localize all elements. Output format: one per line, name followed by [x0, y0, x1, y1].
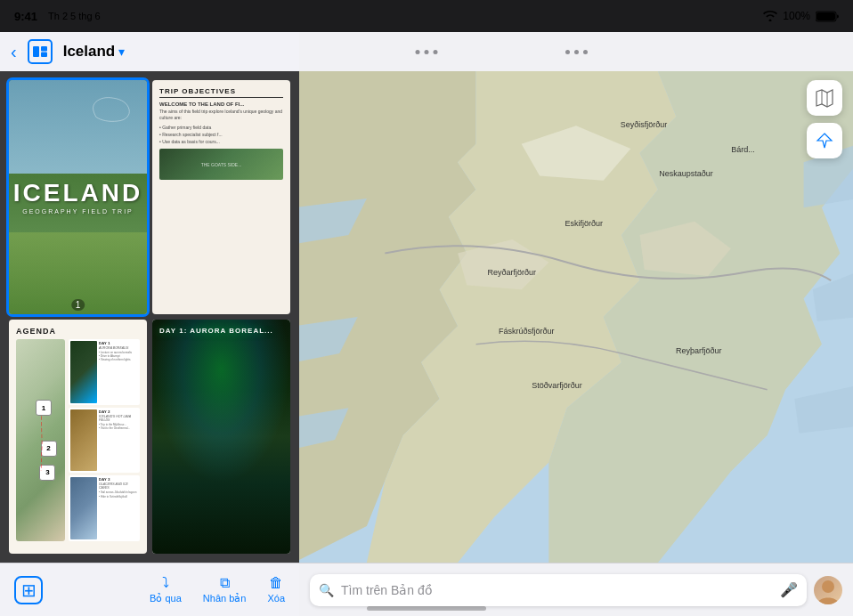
title-chevron-icon: ▾ [118, 45, 125, 59]
skip-icon: ⤵ [162, 575, 169, 591]
slides-panel: ICELAND GEOGRAPHY FIELD TRIP 1 TRIP OBJE… [0, 71, 299, 563]
iceland-terrain-svg [299, 71, 853, 563]
day-2-text: • Trip to the Mýdleour...• Visit to the … [99, 423, 138, 430]
aurora-effect [152, 320, 290, 483]
status-right: 100% [763, 10, 839, 22]
day-3-card: DAY 3 GLACIERS AND ICE CAVES • Sail acro… [69, 475, 140, 541]
place-bardur: Bárd... [731, 145, 755, 154]
nav-bar: ‹ Iceland ▾ [0, 32, 299, 71]
bullet-3: • Use data as basis for cours... [159, 138, 283, 145]
back-button[interactable]: ‹ [11, 42, 17, 62]
day-3-text: • Sail across Jökulsárlón lagoon• Hike t… [99, 490, 138, 498]
place-seyðisfjörður: Seyðisfjörður [621, 120, 668, 129]
slide-3[interactable]: AGENDA 1 2 3 [9, 320, 147, 554]
duplicate-label: Nhân bản [203, 593, 247, 604]
svg-line-5 [42, 416, 43, 446]
day-1-text: • Lecture on aurora borealis• Drive to A… [99, 351, 138, 362]
slide-2-background: TRIP OBJECTIVES WELCOME TO THE LAND OF F… [152, 80, 290, 314]
place-reyðarfjörður: Reyðarfjörður [487, 268, 536, 277]
svg-rect-1 [816, 12, 835, 20]
slide-4[interactable]: DAY 1: AURORA BOREAL... [152, 320, 290, 554]
slide-4-title-area: DAY 1: AURORA BOREAL... [159, 327, 283, 335]
slide-1-main-title: ICELAND [13, 181, 142, 206]
duplicate-button[interactable]: ⧉ Nhân bản [203, 575, 247, 604]
add-icon: ⊞ [21, 580, 37, 601]
map-dot-2 [574, 50, 579, 54]
iceland-outline-icon [85, 89, 138, 125]
slide-1-title-area: ICELAND GEOGRAPHY FIELD TRIP [13, 181, 142, 215]
dot3 [434, 50, 438, 54]
map-search-placeholder: Tìm trên Bản đồ [341, 583, 773, 597]
user-avatar[interactable] [814, 576, 842, 604]
bullet-1: • Gather primary field data [159, 124, 283, 131]
map-controls [807, 80, 842, 158]
svg-rect-3 [41, 46, 47, 52]
slide-1[interactable]: ICELAND GEOGRAPHY FIELD TRIP 1 [9, 80, 147, 314]
document-title: Iceland [63, 43, 116, 61]
map-dot-1 [565, 50, 570, 54]
status-battery: 100% [783, 10, 810, 22]
delete-label: Xóa [267, 593, 285, 604]
map-view[interactable]: Seyðisfjörður Neskaupstaður Bárd... Eski… [299, 71, 853, 563]
delete-icon: 🗑 [269, 575, 283, 591]
day-2-info: DAY 2 ICELAND'S HOT LAVA FIELDS • Trip t… [99, 409, 138, 472]
svg-rect-2 [33, 46, 39, 57]
day-2-thumb [70, 409, 97, 472]
slide-4-background: DAY 1: AURORA BOREAL... [152, 320, 290, 554]
day-3-info: DAY 3 GLACIERS AND ICE CAVES • Sail acro… [99, 477, 138, 539]
bullet-2: • Research specialist subject f... [159, 131, 283, 138]
home-indicator [367, 606, 486, 611]
status-time: 9:41 [14, 10, 37, 23]
slide-1-background: ICELAND GEOGRAPHY FIELD TRIP [9, 80, 147, 314]
skip-label: Bỏ qua [150, 593, 182, 604]
dot2 [425, 50, 429, 54]
dot1 [416, 50, 420, 54]
search-icon: 🔍 [319, 583, 334, 597]
map-panel: Seyðisfjörður Neskaupstaður Bárd... Eski… [299, 32, 853, 616]
svg-line-6 [41, 446, 42, 470]
slide-2[interactable]: TRIP OBJECTIVES WELCOME TO THE LAND OF F… [152, 80, 290, 314]
slide-2-aims: The aims of this field trip explore Icel… [159, 109, 283, 121]
slide-2-image-thumb: THE GOATS SIDE... [159, 149, 283, 180]
map-route [16, 339, 65, 541]
slide-1-subtitle: GEOGRAPHY FIELD TRIP [13, 208, 142, 215]
place-stöðvarfjörður: Stöðvarfjörður [532, 381, 582, 390]
location-button[interactable] [807, 123, 842, 158]
svg-point-11 [822, 580, 834, 593]
day-1-subtitle: AURORA BOREALIS [99, 346, 138, 350]
skip-button[interactable]: ⤵ Bỏ qua [150, 575, 182, 604]
day-1-card: DAY 1 AURORA BOREALIS • Lecture on auror… [69, 339, 140, 405]
status-day: Th 2 5 thg 6 [48, 11, 101, 21]
map-dots[interactable] [565, 50, 588, 54]
avatar-icon [814, 576, 842, 604]
map-top-bar [299, 32, 853, 71]
slide-navigator-toggle[interactable] [28, 39, 53, 64]
day-2-title: DAY 2 [99, 409, 138, 414]
map-search-input-container[interactable]: 🔍 Tìm trên Bản đồ 🎤 [310, 574, 807, 606]
map-background: Seyðisfjörður Neskaupstaður Bárd... Eski… [299, 71, 853, 563]
wifi-icon [763, 11, 777, 21]
slide-4-title: DAY 1: AURORA BOREAL... [159, 327, 283, 335]
slide-3-title: AGENDA [16, 327, 140, 336]
map-type-button[interactable] [807, 80, 842, 116]
svg-rect-4 [41, 53, 47, 58]
day-3-subtitle: GLACIERS AND ICE CAVES [99, 482, 138, 490]
document-title-area[interactable]: Iceland ▾ [63, 43, 126, 61]
day-2-card: DAY 2 ICELAND'S HOT LAVA FIELDS • Trip t… [69, 408, 140, 474]
agenda-content: 1 2 3 DAY 1 AURORA BOREALIS [16, 339, 140, 541]
svg-marker-7 [816, 90, 833, 107]
place-neskaupstaður: Neskaupstaður [659, 169, 713, 178]
slide-3-background: AGENDA 1 2 3 [9, 320, 147, 554]
day-3-thumb [70, 477, 97, 539]
day-3-title: DAY 3 [99, 477, 138, 482]
microphone-icon[interactable]: 🎤 [780, 581, 798, 598]
delete-button[interactable]: 🗑 Xóa [267, 575, 285, 604]
place-fáskrúðsfjörður: Fáskrúðsfjörður [499, 327, 555, 336]
day-1-thumb [70, 341, 97, 403]
agenda-map: 1 2 3 [16, 339, 65, 541]
day-1-info: DAY 1 AURORA BOREALIS • Lecture on auror… [99, 341, 138, 403]
add-slide-button[interactable]: ⊞ [14, 576, 43, 604]
nav-dots[interactable] [416, 32, 438, 71]
location-arrow-icon [816, 132, 833, 150]
slide-2-title: TRIP OBJECTIVES [159, 87, 283, 98]
